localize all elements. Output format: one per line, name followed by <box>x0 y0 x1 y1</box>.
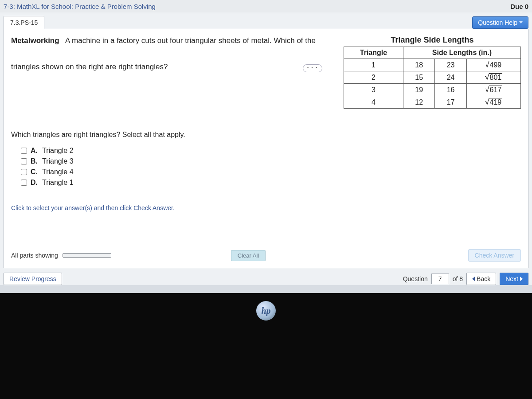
assignment-title: 7-3: MathXL for School: Practice & Probl… <box>4 3 156 10</box>
back-button[interactable]: Back <box>466 273 496 285</box>
question-help-button[interactable]: Question Help <box>472 16 528 29</box>
choice-c-checkbox[interactable] <box>21 169 27 175</box>
due-label: Due 0 <box>510 3 528 10</box>
assignment-bar: 7-3: MathXL for School: Practice & Probl… <box>0 0 532 13</box>
check-answer-button[interactable]: Check Answer <box>468 249 521 262</box>
more-options-button[interactable]: • • • <box>303 64 322 72</box>
choice-b[interactable]: B. Triangle 3 <box>21 157 521 165</box>
col-sides: Side Lengths (in.) <box>403 47 520 59</box>
hp-logo: hp <box>256 301 276 321</box>
review-progress-button[interactable]: Review Progress <box>4 273 62 285</box>
table-row: 3 19 16 √617 <box>344 84 521 96</box>
all-parts-label: All parts showing <box>11 252 58 259</box>
of-total-label: of 8 <box>453 275 463 282</box>
question-label: Question <box>403 275 428 282</box>
question-bottom-row: All parts showing Clear All Check Answer <box>11 249 521 262</box>
choice-b-checkbox[interactable] <box>21 158 27 164</box>
main-area: 7.3.PS-15 Question Help Metalworking A m… <box>0 13 532 285</box>
question-body: Metalworking A machine in a factory cuts… <box>4 29 528 268</box>
sub-prompt: Which triangles are right triangles? Sel… <box>11 131 521 139</box>
choice-c[interactable]: C. Triangle 4 <box>21 168 521 176</box>
question-id-tab[interactable]: 7.3.PS-15 <box>4 16 44 29</box>
choice-a[interactable]: A. Triangle 2 <box>21 147 521 155</box>
choice-d[interactable]: D. Triangle 1 <box>21 179 521 187</box>
choice-d-checkbox[interactable] <box>21 180 27 186</box>
chevron-right-icon <box>520 277 523 281</box>
question-header: 7.3.PS-15 Question Help <box>0 13 532 29</box>
question-prompt-block: Metalworking A machine in a factory cuts… <box>11 35 333 72</box>
question-help-label: Question Help <box>478 19 517 26</box>
laptop-bezel: hp <box>0 293 532 399</box>
answer-instruction: Click to select your answer(s) and then … <box>11 204 521 211</box>
footer-row: Review Progress Question of 8 Back Next <box>4 273 528 285</box>
table-title: Triangle Side Lengths <box>344 35 521 45</box>
question-topic: Metalworking <box>11 36 59 45</box>
chevron-left-icon <box>472 277 475 281</box>
col-triangle: Triangle <box>344 47 403 59</box>
next-button[interactable]: Next <box>500 273 528 285</box>
answer-choices: A. Triangle 2 B. Triangle 3 C. Triangle … <box>21 147 521 187</box>
chevron-down-icon <box>519 21 523 23</box>
triangle-table: Triangle Side Lengths (in.) 1 18 23 √499… <box>344 47 521 109</box>
parts-progress-bar <box>63 253 111 258</box>
clear-all-button[interactable]: Clear All <box>231 250 266 261</box>
data-table-wrap: Triangle Side Lengths Triangle Side Leng… <box>344 35 521 109</box>
table-row: 2 15 24 √801 <box>344 71 521 84</box>
table-row: 1 18 23 √499 <box>344 59 521 71</box>
pager: Question of 8 Back Next <box>403 273 528 285</box>
choice-a-checkbox[interactable] <box>21 148 27 154</box>
question-number-input[interactable] <box>431 274 449 284</box>
table-row: 4 12 17 √419 <box>344 96 521 109</box>
